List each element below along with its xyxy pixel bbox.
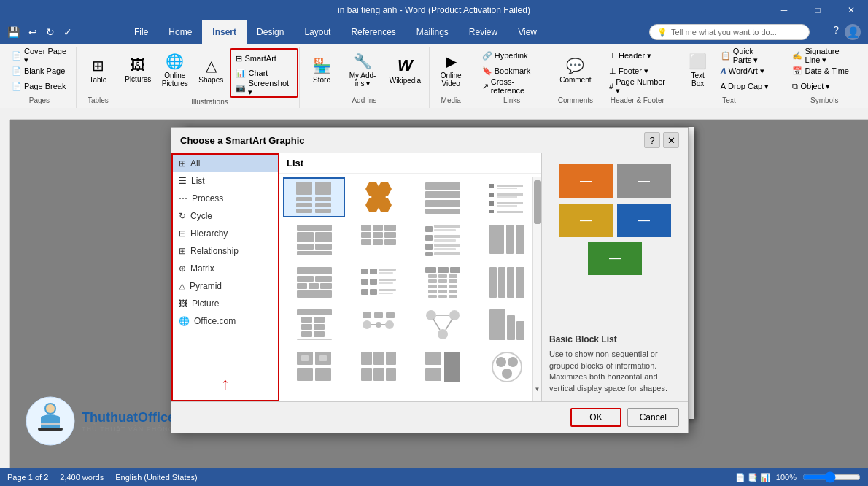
ok-button[interactable]: OK: [570, 408, 621, 427]
svg-rect-104: [297, 309, 332, 315]
grid-item-r2c3[interactable]: [411, 220, 473, 260]
quick-parts-icon: 📋: [721, 51, 731, 61]
zoom-slider[interactable]: [802, 473, 861, 482]
page-break-button[interactable]: 📄Page Break: [9, 79, 70, 93]
my-addins-button[interactable]: 🔧 My Add-ins ▾: [341, 48, 384, 92]
category-matrix[interactable]: ⊕ Matrix: [173, 260, 278, 277]
screenshot-button[interactable]: 📷 Screenshot ▾: [233, 80, 295, 95]
blank-page-button[interactable]: 📄Blank Page: [9, 63, 70, 78]
view-icons[interactable]: 📄 📑 📊: [735, 473, 770, 482]
grid-item-basic-block[interactable]: [283, 177, 345, 217]
online-video-button[interactable]: ▶ OnlineVideo: [435, 48, 467, 92]
all-icon: ⊞: [179, 158, 186, 169]
category-cycle[interactable]: ↻ Cycle: [173, 207, 278, 225]
svg-rect-76: [379, 279, 396, 281]
signature-line-button[interactable]: ✍ Signature Line ▾: [789, 48, 859, 63]
cancel-button[interactable]: Cancel: [627, 408, 679, 427]
tab-review[interactable]: Review: [459, 20, 508, 44]
svg-rect-93: [449, 285, 457, 288]
tell-me-bar[interactable]: 💡 Tell me what you want to do...: [649, 24, 810, 40]
category-picture[interactable]: 🖼 Picture: [173, 295, 278, 312]
bookmark-button[interactable]: 🔖 Bookmark: [479, 63, 545, 78]
shapes-button[interactable]: △ Shapes: [195, 48, 227, 92]
checkmark-qat-button[interactable]: ✓: [61, 25, 75, 39]
undo-qat-button[interactable]: ↩: [26, 25, 40, 39]
smartart-button[interactable]: ⊞ SmartArt: [233, 51, 295, 66]
grid-item-r2c1[interactable]: [283, 220, 345, 260]
grid-item-hexagon[interactable]: [347, 177, 409, 217]
tab-mailings[interactable]: Mailings: [406, 20, 459, 44]
dialog-help-button[interactable]: ?: [644, 132, 660, 148]
quick-parts-button[interactable]: 📋 Quick Parts ▾: [718, 48, 778, 63]
svg-rect-109: [301, 331, 312, 337]
tab-references[interactable]: References: [341, 20, 406, 44]
tab-layout[interactable]: Layout: [294, 20, 341, 44]
grid-item-r3c2[interactable]: [347, 262, 409, 302]
user-button[interactable]: 👤: [845, 24, 861, 40]
grid-item-r3c4[interactable]: [476, 262, 538, 302]
grid-item-r4c4[interactable]: [476, 304, 538, 344]
grid-item-r4c1[interactable]: [283, 304, 345, 344]
hyperlink-button[interactable]: 🔗 Hyperlink: [479, 48, 545, 63]
v-ruler: [0, 120, 10, 468]
grid-item-r4c3[interactable]: [411, 304, 473, 344]
date-time-button[interactable]: 📅 Date & Time: [789, 63, 859, 78]
wordart-button[interactable]: A WordArt ▾: [718, 63, 778, 78]
grid-item-r3c1[interactable]: [283, 262, 345, 302]
svg-rect-61: [506, 225, 514, 254]
svg-rect-19: [425, 182, 460, 190]
object-button[interactable]: ⧉ Object ▾: [789, 79, 859, 93]
svg-rect-105: [301, 317, 312, 323]
comment-button[interactable]: 💬 Comment: [555, 48, 595, 92]
grid-item-r4c2[interactable]: [347, 304, 409, 344]
pictures-button[interactable]: 🖼 Pictures: [121, 48, 155, 92]
grid-item-r5c1[interactable]: [283, 347, 345, 387]
grid-item-r2c4[interactable]: [476, 220, 538, 260]
category-process[interactable]: ⋯ Process: [173, 190, 278, 207]
category-all[interactable]: ⊞ All: [173, 155, 278, 172]
grid-item-text-list[interactable]: [476, 177, 538, 217]
cover-page-button[interactable]: 📄Cover Page ▾: [9, 48, 70, 63]
minimize-button[interactable]: ─: [767, 0, 801, 20]
category-hierarchy[interactable]: ⊟ Hierarchy: [173, 225, 278, 242]
grid-item-r3c3[interactable]: [411, 262, 473, 302]
grid-item-r5c2[interactable]: [347, 347, 409, 387]
footer-button[interactable]: ⊥ Footer ▾: [606, 63, 669, 78]
drop-cap-button[interactable]: A Drop Cap ▾: [718, 79, 778, 93]
dialog-close-button[interactable]: ✕: [663, 132, 679, 148]
tables-label: Tables: [88, 96, 109, 107]
textbox-icon: ⬜: [689, 53, 707, 70]
tab-design[interactable]: Design: [247, 20, 294, 44]
save-qat-button[interactable]: 💾: [4, 25, 23, 39]
tab-view[interactable]: View: [508, 20, 547, 44]
grid-item-r2c2[interactable]: [347, 220, 409, 260]
store-button[interactable]: 🏪 Store: [306, 48, 338, 92]
header-button[interactable]: ⊤ Header ▾: [606, 48, 669, 63]
redo-qat-button[interactable]: ↻: [43, 25, 58, 39]
tab-home[interactable]: Home: [158, 20, 202, 44]
tab-file[interactable]: File: [124, 20, 158, 44]
wikipedia-button[interactable]: W Wikipedia: [387, 48, 423, 92]
cross-ref-icon: ↗: [482, 82, 489, 91]
textbox-button[interactable]: ⬜ TextBox: [681, 48, 715, 92]
category-pyramid[interactable]: △ Pyramid: [173, 277, 278, 295]
table-button[interactable]: ⊞ Table: [82, 48, 114, 92]
category-relationship[interactable]: ⊞ Relationship: [173, 242, 278, 260]
page-number-button[interactable]: # Page Number ▾: [606, 79, 669, 93]
grid-item-stacked[interactable]: [411, 177, 473, 217]
svg-rect-45: [373, 239, 383, 245]
maximize-button[interactable]: □: [801, 0, 834, 20]
grid-item-r5c3[interactable]: [411, 347, 473, 387]
cross-reference-button[interactable]: ↗ Cross-reference: [479, 79, 545, 93]
tab-insert[interactable]: Insert: [202, 20, 247, 44]
grid-scrollbar[interactable]: ▼: [532, 177, 541, 401]
grid-item-r5c4[interactable]: [476, 347, 538, 387]
category-officecom[interactable]: 🌐 Office.com: [173, 312, 278, 330]
help-button[interactable]: ?: [833, 24, 839, 36]
hierarchy-icon: ⊟: [179, 228, 186, 239]
category-list-item[interactable]: ☰ List: [173, 172, 278, 190]
online-pictures-button[interactable]: 🌐 OnlinePictures: [158, 48, 193, 92]
close-button[interactable]: ✕: [834, 0, 868, 20]
scroll-down-arrow[interactable]: ▼: [535, 386, 540, 393]
officecom-icon: 🌐: [179, 316, 190, 326]
